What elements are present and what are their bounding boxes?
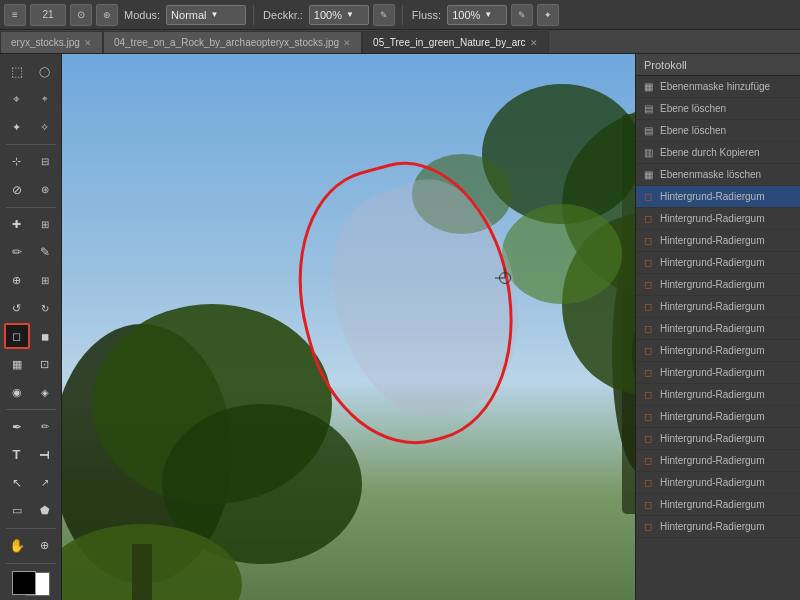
history-label-7: Hintergrund-Radiergum xyxy=(660,213,765,224)
tool-row-1: ⬚ ◯ xyxy=(4,58,58,84)
tool-type[interactable]: T xyxy=(4,442,30,468)
history-label-10: Hintergrund-Radiergum xyxy=(660,279,765,290)
tool-paint-bucket[interactable]: ⊡ xyxy=(32,351,58,377)
tablet-pressure-flow-icon[interactable]: ✎ xyxy=(511,4,533,26)
tablet-pressure-opacity-icon[interactable]: ✎ xyxy=(373,4,395,26)
history-icon-15: ◻ xyxy=(640,387,656,403)
tool-custom-shape[interactable]: ⬟ xyxy=(32,498,58,524)
tool-bg-eraser[interactable]: ◼ xyxy=(32,323,58,349)
color-swatches[interactable] xyxy=(12,571,50,596)
tool-sep-1 xyxy=(6,144,56,145)
extra-option-icon[interactable]: ✦ xyxy=(537,4,559,26)
history-icon-10: ◻ xyxy=(640,277,656,293)
history-item-3[interactable]: ▤Ebene löschen xyxy=(636,120,800,142)
history-item-11[interactable]: ◻Hintergrund-Radiergum xyxy=(636,296,800,318)
history-item-14[interactable]: ◻Hintergrund-Radiergum xyxy=(636,362,800,384)
history-icon-20: ◻ xyxy=(640,497,656,513)
history-label-2: Ebene löschen xyxy=(660,103,726,114)
brush-picker-icon[interactable]: ⊙ xyxy=(70,4,92,26)
history-list[interactable]: ▦Ebenenmaske hinzufüge▤Ebene löschen▤Ebe… xyxy=(636,76,800,600)
history-item-12[interactable]: ◻Hintergrund-Radiergum xyxy=(636,318,800,340)
history-item-5[interactable]: ▦Ebenenmaske löschen xyxy=(636,164,800,186)
tool-sep-5 xyxy=(6,563,56,564)
tool-spot-heal[interactable]: ✚ xyxy=(4,211,30,237)
tool-path-select[interactable]: ↖ xyxy=(4,470,30,496)
tool-patch[interactable]: ⊞ xyxy=(32,211,58,237)
close-tab-tree-rock[interactable]: ✕ xyxy=(343,38,351,48)
tool-freeform-pen[interactable]: ✏ xyxy=(32,414,58,440)
tab-tree-green[interactable]: 05_Tree_in_green_Nature_by_arc ✕ xyxy=(362,31,549,53)
history-item-18[interactable]: ◻Hintergrund-Radiergum xyxy=(636,450,800,472)
tool-slice[interactable]: ⊟ xyxy=(32,149,58,175)
history-label-8: Hintergrund-Radiergum xyxy=(660,235,765,246)
panel-header: Protokoll xyxy=(636,54,800,76)
history-label-14: Hintergrund-Radiergum xyxy=(660,367,765,378)
tool-type-vert[interactable]: T xyxy=(32,442,58,468)
tab-eryx[interactable]: eryx_stocks.jpg ✕ xyxy=(0,31,103,53)
airbrush-icon[interactable]: ⊛ xyxy=(96,4,118,26)
history-item-19[interactable]: ◻Hintergrund-Radiergum xyxy=(636,472,800,494)
history-item-10[interactable]: ◻Hintergrund-Radiergum xyxy=(636,274,800,296)
history-item-21[interactable]: ◻Hintergrund-Radiergum xyxy=(636,516,800,538)
tool-lasso-poly[interactable]: ⌖ xyxy=(32,86,58,112)
history-item-8[interactable]: ◻Hintergrund-Radiergum xyxy=(636,230,800,252)
history-item-2[interactable]: ▤Ebene löschen xyxy=(636,98,800,120)
tool-pen[interactable]: ✒ xyxy=(4,414,30,440)
tool-zoom[interactable]: ⊕ xyxy=(32,533,58,559)
tool-blur[interactable]: ◉ xyxy=(4,379,30,405)
svg-point-9 xyxy=(502,204,622,304)
history-item-13[interactable]: ◻Hintergrund-Radiergum xyxy=(636,340,800,362)
tool-marquee-rect[interactable]: ⬚ xyxy=(4,58,30,84)
tool-crop[interactable]: ⊹ xyxy=(4,149,30,175)
close-tab-tree-green[interactable]: ✕ xyxy=(530,38,538,48)
tool-sep-2 xyxy=(6,207,56,208)
history-item-17[interactable]: ◻Hintergrund-Radiergum xyxy=(636,428,800,450)
brush-size-display[interactable]: 21 xyxy=(30,4,66,26)
close-tab-eryx[interactable]: ✕ xyxy=(84,38,92,48)
history-icon-8: ◻ xyxy=(640,233,656,249)
tool-eraser[interactable]: ◻ xyxy=(4,323,30,349)
tool-color-sample[interactable]: ⊛ xyxy=(32,177,58,203)
opacity-dropdown[interactable]: 100% ▼ xyxy=(309,5,369,25)
tool-row-13: ✒ ✏ xyxy=(4,414,58,440)
menu-icon[interactable]: ≡ xyxy=(4,4,26,26)
tool-clone-stamp[interactable]: ⊕ xyxy=(4,267,30,293)
flow-dropdown[interactable]: 100% ▼ xyxy=(447,5,507,25)
tool-eyedropper[interactable]: ⊘ xyxy=(4,177,30,203)
tool-pattern-stamp[interactable]: ⊞ xyxy=(32,267,58,293)
history-item-15[interactable]: ◻Hintergrund-Radiergum xyxy=(636,384,800,406)
tool-history-brush[interactable]: ↺ xyxy=(4,295,30,321)
history-icon-2: ▤ xyxy=(640,101,656,117)
history-label-6: Hintergrund-Radiergum xyxy=(660,191,765,202)
tool-row-15: ↖ ↗ xyxy=(4,470,58,496)
history-label-15: Hintergrund-Radiergum xyxy=(660,389,765,400)
mode-dropdown[interactable]: Normal ▼ xyxy=(166,5,246,25)
tab-bar: eryx_stocks.jpg ✕ 04_tree_on_a_Rock_by_a… xyxy=(0,30,800,54)
tool-art-history[interactable]: ↻ xyxy=(32,295,58,321)
tool-marquee-ellipse[interactable]: ◯ xyxy=(32,58,58,84)
top-toolbar: ≡ 21 ⊙ ⊛ Modus: Normal ▼ Deckkr.: 100% ▼… xyxy=(0,0,800,30)
tab-tree-rock[interactable]: 04_tree_on_a_Rock_by_archaeopteryx_stock… xyxy=(103,31,362,53)
history-item-7[interactable]: ◻Hintergrund-Radiergum xyxy=(636,208,800,230)
history-item-6[interactable]: ◻Hintergrund-Radiergum xyxy=(636,186,800,208)
svg-rect-12 xyxy=(132,544,152,600)
tool-hand[interactable]: ✋ xyxy=(4,533,30,559)
history-item-4[interactable]: ▥Ebene durch Kopieren xyxy=(636,142,800,164)
tool-quick-select[interactable]: ✦ xyxy=(4,114,30,140)
history-icon-9: ◻ xyxy=(640,255,656,271)
canvas-area[interactable] xyxy=(62,54,635,600)
history-item-16[interactable]: ◻Hintergrund-Radiergum xyxy=(636,406,800,428)
history-item-20[interactable]: ◻Hintergrund-Radiergum xyxy=(636,494,800,516)
tool-direct-select[interactable]: ↗ xyxy=(32,470,58,496)
tool-pencil[interactable]: ✎ xyxy=(32,239,58,265)
tool-magic-wand[interactable]: ✧ xyxy=(32,114,58,140)
foreground-color-swatch[interactable] xyxy=(12,571,36,595)
tool-lasso[interactable]: ⌖ xyxy=(4,86,30,112)
tool-shape[interactable]: ▭ xyxy=(4,498,30,524)
tool-brush[interactable]: ✏ xyxy=(4,239,30,265)
tool-gradient[interactable]: ▦ xyxy=(4,351,30,377)
history-item-1[interactable]: ▦Ebenenmaske hinzufüge xyxy=(636,76,800,98)
tool-sharpen[interactable]: ◈ xyxy=(32,379,58,405)
opacity-label: Deckkr.: xyxy=(263,9,303,21)
history-item-9[interactable]: ◻Hintergrund-Radiergum xyxy=(636,252,800,274)
